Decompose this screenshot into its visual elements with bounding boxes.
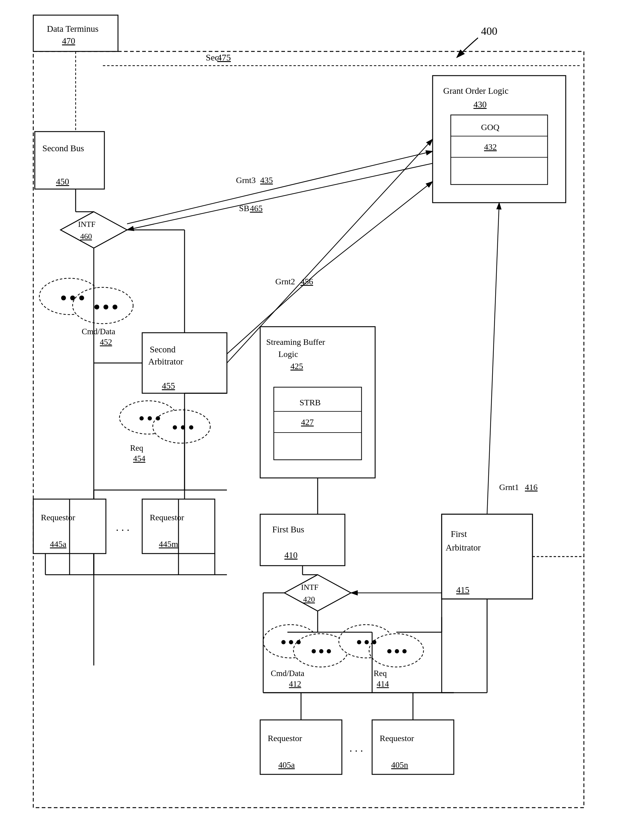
cmddata412-label: Cmd/Data	[271, 669, 304, 678]
svg-rect-88	[372, 720, 454, 775]
svg-line-97	[318, 181, 433, 272]
dots-445: . . .	[116, 521, 130, 533]
svg-point-17	[73, 288, 133, 324]
first-arb-number: 415	[456, 585, 470, 595]
svg-point-67	[395, 649, 399, 653]
req405a-label: Requestor	[268, 733, 302, 743]
second-arb-number: 455	[162, 381, 175, 391]
svg-point-60	[327, 649, 331, 653]
svg-point-31	[156, 416, 160, 420]
diagram-container: 400 Sec 475 Data Terminus 470 Second Bus…	[0, 0, 622, 840]
strb-label: STRB	[299, 398, 321, 407]
svg-point-55	[281, 640, 286, 644]
intf460-number: 460	[80, 232, 92, 241]
data-terminus-number: 470	[62, 36, 75, 46]
dots-405: . . .	[349, 742, 363, 754]
grnt2-label: Grnt2	[275, 277, 295, 286]
req445m-number: 445m	[159, 539, 178, 549]
second-arb-label: Second	[150, 344, 176, 354]
req445a-label: Requestor	[41, 513, 75, 522]
svg-rect-87	[260, 720, 342, 775]
second-arb-label2: Arbitrator	[148, 357, 183, 366]
req454-number: 454	[133, 454, 145, 463]
req445m-label: Requestor	[150, 513, 184, 522]
req414-number: 414	[377, 679, 389, 688]
svg-point-23	[113, 304, 117, 309]
cmddata452-number: 452	[100, 338, 112, 347]
svg-point-29	[139, 416, 144, 420]
svg-rect-46	[442, 514, 532, 599]
svg-point-63	[357, 640, 361, 644]
svg-marker-11	[61, 212, 127, 248]
second-bus-label: Second Bus	[42, 143, 84, 153]
intf420-number: 420	[303, 595, 315, 604]
goq-number: 432	[484, 142, 497, 152]
second-bus-number: 450	[56, 177, 69, 186]
svg-point-21	[95, 304, 99, 309]
intf460-label: INTF	[78, 220, 96, 229]
svg-point-68	[402, 649, 407, 653]
svg-rect-6	[35, 132, 104, 189]
gol-number: 430	[473, 99, 487, 109]
first-arb-label1: First	[451, 529, 467, 539]
strb-number: 427	[301, 417, 314, 427]
svg-rect-43	[260, 514, 345, 566]
req454-label: Req	[130, 443, 143, 452]
intf420-label: INTF	[301, 583, 319, 592]
svg-point-30	[148, 416, 152, 420]
svg-point-57	[296, 640, 301, 644]
svg-point-64	[364, 640, 369, 644]
sb-label: SB	[239, 204, 249, 213]
svg-point-59	[319, 649, 323, 653]
svg-point-58	[312, 649, 316, 653]
sec-number: 475	[217, 52, 231, 62]
first-bus-label: First Bus	[272, 525, 304, 534]
svg-line-48	[487, 203, 499, 514]
req405a-number: 405a	[278, 760, 295, 770]
req414-label: Req	[374, 669, 387, 678]
svg-point-66	[387, 649, 392, 653]
goq-label: GOQ	[481, 123, 500, 132]
svg-marker-49	[284, 575, 351, 611]
sbl-label1: Streaming Buffer	[266, 337, 325, 347]
cmddata412-number: 412	[289, 679, 301, 688]
svg-point-18	[61, 295, 66, 300]
svg-line-15	[127, 151, 433, 224]
first-arb-label2: Arbitrator	[446, 543, 481, 552]
svg-point-32	[173, 425, 177, 429]
first-bus-number: 410	[284, 550, 298, 560]
sbl-label2: Logic	[278, 349, 298, 359]
svg-point-34	[189, 425, 193, 429]
sbl-number: 425	[290, 361, 303, 371]
cmddata452-label: Cmd/Data	[82, 327, 115, 336]
svg-point-22	[104, 304, 108, 309]
grnt3-number: 435	[260, 175, 273, 185]
sb-number: 465	[250, 204, 262, 213]
grnt1-number: 416	[525, 482, 538, 492]
svg-point-65	[372, 640, 377, 644]
svg-point-56	[289, 640, 293, 644]
svg-line-14	[127, 163, 433, 230]
req445a-number: 445a	[50, 539, 67, 549]
svg-point-19	[70, 295, 75, 300]
grnt3-label: Grnt3	[236, 175, 256, 185]
ref-400: 400	[481, 25, 497, 37]
gol-label: Grant Order Logic	[443, 86, 509, 96]
data-terminus-label: Data Terminus	[47, 24, 99, 33]
sec-label: Sec	[206, 52, 219, 62]
svg-point-20	[79, 295, 84, 300]
grnt1-label: Grnt1	[499, 482, 519, 492]
req405n-number: 405n	[391, 760, 408, 770]
req405n-label: Requestor	[380, 733, 414, 743]
